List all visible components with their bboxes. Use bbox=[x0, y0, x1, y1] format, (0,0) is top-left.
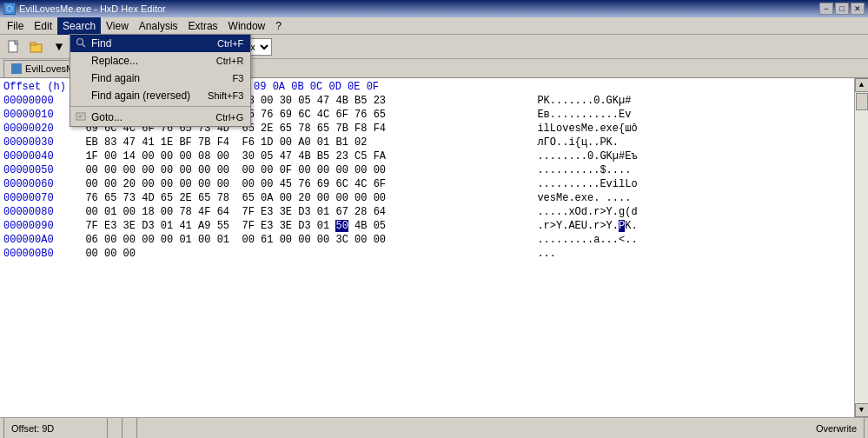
menu-analysis[interactable]: Analysis bbox=[134, 17, 183, 35]
menu-edit[interactable]: Edit bbox=[29, 17, 57, 35]
table-row: 000000A0 06 00 00 00 00 01 00 01 00 61 0… bbox=[3, 233, 851, 247]
close-button[interactable]: ✕ bbox=[851, 3, 865, 15]
table-row: 00000070 76 65 73 4D 65 2E 65 78 65 0A 0… bbox=[3, 191, 851, 205]
title-bar: ⬡ EvilLovesMe.exe - HxD Hex Editor − □ ✕ bbox=[0, 0, 868, 17]
dropdown-find-again-rev-shortcut: Shift+F3 bbox=[208, 90, 243, 101]
scroll-up-button[interactable]: ▲ bbox=[855, 78, 869, 92]
goto-icon bbox=[76, 111, 86, 123]
dropdown-item-find-again[interactable]: Find again F3 bbox=[70, 70, 250, 87]
title-bar-buttons: − □ ✕ bbox=[819, 3, 865, 15]
status-bar: Offset: 9D Overwrite bbox=[0, 417, 868, 438]
tab-icon bbox=[11, 63, 22, 74]
menu-search[interactable]: Search bbox=[57, 17, 101, 35]
menu-bar: File Edit Search View Analysis Extras Wi… bbox=[0, 17, 868, 35]
table-row: 00000030 EB 83 47 41 1E BF 7B F4 F6 1D 0… bbox=[3, 136, 851, 149]
title-bar-text: EvilLovesMe.exe - HxD Hex Editor bbox=[19, 3, 166, 14]
table-row: 000000B0 00 00 00 ... bbox=[3, 247, 851, 261]
svg-rect-11 bbox=[76, 113, 85, 120]
menu-file[interactable]: File bbox=[2, 17, 29, 35]
scroll-track[interactable] bbox=[855, 92, 869, 403]
dropdown-find-again-shortcut: F3 bbox=[233, 73, 244, 83]
status-overwrite: Overwrite bbox=[809, 418, 865, 438]
find-check-icon bbox=[76, 37, 86, 50]
search-dropdown-menu[interactable]: Find Ctrl+F Replace... Ctrl+R Find again… bbox=[70, 34, 251, 127]
status-offset-text: Offset: 9D bbox=[11, 423, 54, 434]
dropdown-separator bbox=[70, 106, 250, 107]
table-row: 00000090 7F E3 3E D3 01 41 A9 55 7F E3 3… bbox=[3, 219, 851, 233]
dropdown-find-again-rev-label: Find again (reversed) bbox=[91, 90, 190, 102]
hex-selected-byte: 50 bbox=[335, 220, 348, 232]
menu-window[interactable]: Window bbox=[223, 17, 271, 35]
dropdown-find-shortcut: Ctrl+F bbox=[217, 38, 243, 49]
minimize-button[interactable]: − bbox=[819, 3, 833, 15]
table-row: 00000050 00 00 00 00 00 00 00 00 00 00 0… bbox=[3, 163, 851, 177]
title-bar-left: ⬡ EvilLovesMe.exe - HxD Hex Editor bbox=[3, 3, 166, 15]
dropdown-item-goto[interactable]: Goto... Ctrl+G bbox=[70, 109, 250, 126]
table-row: 00000080 00 01 00 18 00 78 4F 64 7F E3 3… bbox=[3, 205, 851, 219]
open-button[interactable] bbox=[26, 37, 47, 56]
dropdown-replace-shortcut: Ctrl+R bbox=[216, 56, 243, 66]
svg-rect-3 bbox=[30, 43, 36, 45]
dropdown-find-label: Find bbox=[91, 37, 111, 50]
dropdown-item-find[interactable]: Find Ctrl+F bbox=[70, 35, 250, 52]
table-row: 00000060 00 00 20 00 00 00 00 00 00 00 4… bbox=[3, 177, 851, 191]
menu-help[interactable]: ? bbox=[270, 17, 287, 35]
status-offset: Offset: 9D bbox=[3, 418, 108, 438]
status-empty-1 bbox=[108, 418, 123, 438]
dropdown-goto-label: Goto... bbox=[91, 111, 123, 123]
maximize-button[interactable]: □ bbox=[835, 3, 849, 15]
dropdown-button[interactable]: ▼ bbox=[49, 37, 70, 56]
main-area: Offset (h) 00 01 02 03 04 05 06 07 08 09… bbox=[0, 78, 868, 417]
svg-point-9 bbox=[77, 39, 83, 45]
new-button[interactable] bbox=[3, 37, 24, 56]
dropdown-find-again-label: Find again bbox=[91, 72, 140, 84]
svg-line-10 bbox=[83, 44, 86, 48]
dropdown-item-replace[interactable]: Replace... Ctrl+R bbox=[70, 52, 250, 70]
scroll-thumb[interactable] bbox=[856, 93, 868, 110]
table-row: 00000040 1F 00 14 00 00 00 08 00 30 05 4… bbox=[3, 149, 851, 163]
dropdown-replace-label: Replace... bbox=[91, 55, 138, 67]
dropdown-goto-shortcut: Ctrl+G bbox=[215, 112, 243, 123]
status-overwrite-text: Overwrite bbox=[816, 423, 857, 434]
menu-extras[interactable]: Extras bbox=[183, 17, 223, 35]
status-empty-2 bbox=[123, 418, 137, 438]
menu-view[interactable]: View bbox=[101, 17, 134, 35]
scrollbar[interactable]: ▲ ▼ bbox=[854, 78, 868, 417]
app-icon: ⬡ bbox=[3, 3, 16, 15]
scroll-down-button[interactable]: ▼ bbox=[855, 403, 869, 417]
hex-editor[interactable]: Offset (h) 00 01 02 03 04 05 06 07 08 09… bbox=[0, 78, 854, 417]
dropdown-item-find-again-rev[interactable]: Find again (reversed) Shift+F3 bbox=[70, 87, 250, 104]
